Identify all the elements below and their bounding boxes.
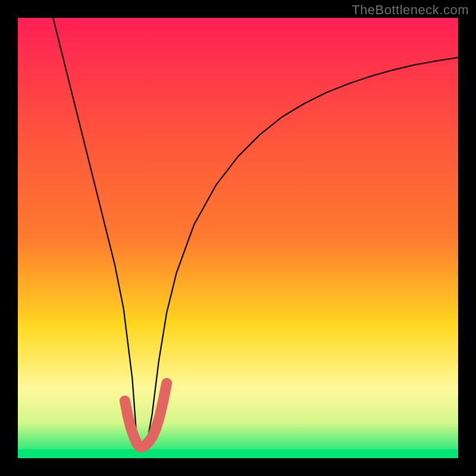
svg-rect-1 <box>18 449 458 458</box>
watermark: TheBottleneck.com <box>352 2 469 18</box>
bottleneck-chart <box>0 0 476 476</box>
chart-frame: TheBottleneck.com <box>0 0 476 476</box>
svg-rect-0 <box>18 18 458 458</box>
